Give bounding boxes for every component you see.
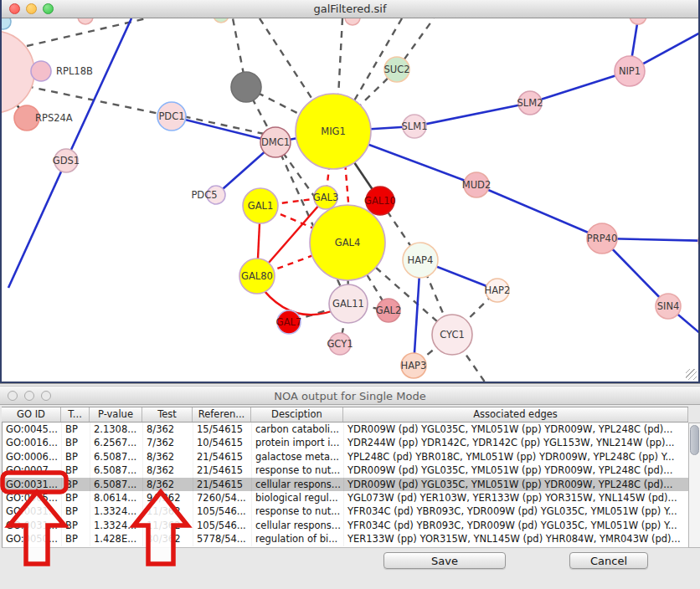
graph-node-label: SLM2: [517, 97, 543, 109]
graph-node-label: PDC1: [158, 110, 184, 122]
graph-node[interactable]: [630, 18, 646, 24]
resize-grip-icon[interactable]: [686, 369, 697, 380]
table-header-row: GO IDT...P-valueTestReferen...Desciption…: [2, 407, 688, 423]
cell-go_id: GO:0031...: [3, 504, 62, 518]
cell-edges: YGL073W (pd) YER103W, YER133W (pp) YOR31…: [344, 491, 688, 504]
column-header-t[interactable]: T...: [61, 407, 90, 422]
cell-reference: 21/54615: [193, 450, 252, 464]
column-header-goid[interactable]: GO ID: [2, 407, 61, 422]
graph-edge[interactable]: [8, 161, 66, 288]
table-row[interactable]: GO:0050...BP1.428E...80/3625778/54...reg…: [3, 532, 688, 545]
cell-go_id: GO:0050...: [3, 532, 62, 545]
graph-node-label: NIP1: [619, 65, 641, 77]
graph-node-label: PDC5: [191, 189, 217, 201]
cell-go_id: GO:0007...: [3, 464, 62, 477]
vertical-scrollbar[interactable]: [688, 423, 700, 548]
graph-node-label: RPS24A: [35, 112, 73, 124]
graph-edge[interactable]: [476, 185, 602, 238]
cell-type: BP: [62, 450, 90, 464]
graph-edge[interactable]: [172, 114, 275, 136]
cell-description: cellular respons...: [252, 478, 344, 491]
table-row[interactable]: GO:0031...BP1.3324...11/362105/546...cel…: [3, 519, 688, 532]
cell-test: 8/362: [143, 423, 193, 436]
graph-node-label: HAP4: [408, 254, 434, 266]
column-header-desciption[interactable]: Desciption: [251, 407, 343, 422]
graph-node-label: GAL3: [313, 192, 339, 203]
cell-go_id: GO:0016...: [3, 436, 62, 449]
graph-edge[interactable]: [66, 18, 131, 161]
table-row[interactable]: GO:0006...BP6.5087...8/36221/54615galact…: [3, 450, 688, 464]
graph-node-label: GAL2: [376, 305, 402, 316]
cell-edges: YDR244W (pp) YDR142C, YDR142C (pp) YGL15…: [344, 436, 688, 449]
cell-reference: 10/54615: [193, 436, 252, 449]
graph-node-label: MIG1: [321, 125, 346, 137]
cell-type: BP: [62, 519, 90, 532]
graph-node-rpl18b[interactable]: [31, 61, 51, 81]
cell-p_value: 6.5087...: [90, 450, 143, 464]
graph-node[interactable]: [2, 18, 11, 29]
cell-description: response to nut...: [252, 464, 344, 477]
graph-node[interactable]: [214, 18, 229, 23]
table-row[interactable]: GO:0045...BP2.1308...8/36215/54615carbon…: [3, 423, 688, 436]
cell-go_id: GO:0006...: [3, 450, 62, 464]
cell-description: cellular respons...: [252, 519, 344, 532]
graph-node-label: SIN4: [657, 300, 680, 312]
graph-edge[interactable]: [414, 103, 530, 126]
column-header-associatededges[interactable]: Associated edges: [343, 407, 688, 422]
cell-type: BP: [62, 532, 90, 545]
cell-edges: YPL248C (pd) YBR018C, YML051W (pp) YDR00…: [344, 450, 688, 464]
graph-node-label: GDS1: [53, 155, 80, 166]
graph-node-label: CYC1: [440, 329, 465, 341]
cell-type: BP: [62, 464, 90, 477]
graph-node-label: MUD2: [462, 179, 492, 191]
cell-p_value: 8.0614...: [90, 491, 143, 504]
cell-description: protein import i...: [252, 436, 344, 449]
graph-node-label: SLM1: [402, 120, 428, 132]
column-header-pvalue[interactable]: P-value: [90, 407, 142, 422]
cell-p_value: 1.3324...: [90, 519, 143, 532]
save-button[interactable]: Save: [383, 552, 506, 569]
graph-node[interactable]: [231, 72, 261, 102]
graph-node-label: RPL18B: [56, 65, 93, 77]
graph-node-label: GAL7: [276, 316, 302, 328]
graph-edge[interactable]: [172, 116, 275, 142]
cell-p_value: 6.2567...: [90, 436, 143, 449]
table-row[interactable]: GO:0031...BP6.5087...8/36221/54615cellul…: [3, 478, 688, 491]
table-row[interactable]: GO:0016...BP6.2567...7/36210/54615protei…: [3, 436, 688, 449]
graph-node[interactable]: [78, 18, 93, 24]
cell-description: response to nut...: [252, 504, 344, 518]
cell-description: galactose meta...: [252, 450, 344, 464]
window-title: galFiltered.sif: [2, 3, 698, 15]
network-graph-canvas[interactable]: MSL1RPL18BRPS24AGDS1PDC1DMC1MIG1SUC2NIP1…: [2, 18, 698, 382]
column-header-referen[interactable]: Referen...: [193, 407, 251, 422]
network-window: galFiltered.sif MSL1RPL18BRPS24AGDS1PDC1…: [0, 0, 700, 383]
table-row[interactable]: GO:0065...BP8.0614...94/3627260/54...bio…: [3, 491, 688, 504]
graph-node[interactable]: [345, 18, 360, 25]
scrollbar-thumb[interactable]: [690, 425, 699, 455]
cell-p_value: 6.5087...: [90, 464, 143, 477]
cell-edges: YER133W (pp) YOR315W, YNL145W (pd) YHR08…: [344, 532, 688, 545]
graph-node-label: GCY1: [327, 338, 353, 350]
cell-type: BP: [62, 478, 90, 491]
cell-go_id: GO:0031...: [3, 519, 62, 532]
window-title: NOA output for Single Mode: [0, 390, 700, 402]
table-row[interactable]: GO:0007...BP6.5087...8/36221/54615respon…: [3, 464, 688, 477]
cell-test: 8/362: [143, 464, 193, 477]
cancel-button[interactable]: Cancel: [569, 552, 648, 569]
cell-edges: YFR034C (pd) YBR093C, YDR009W (pd) YGL03…: [344, 504, 688, 518]
cell-reference: 21/54615: [193, 464, 252, 477]
cell-description: biological regul...: [252, 491, 344, 504]
graph-node-label: HAP2: [485, 284, 511, 296]
graph-node[interactable]: [2, 31, 34, 113]
cell-go_id: GO:0045...: [3, 423, 62, 436]
cell-go_id: GO:0065...: [3, 491, 62, 504]
cell-description: carbon cataboli...: [252, 423, 344, 436]
graph-node-label: PRP40: [587, 233, 618, 244]
table-body: GO:0045...BP2.1308...8/36215/54615carbon…: [2, 423, 688, 548]
cell-test: 8/362: [143, 478, 193, 491]
cell-reference: 15/54615: [193, 423, 252, 436]
cell-test: 8/362: [143, 450, 193, 464]
column-header-test[interactable]: Test: [142, 407, 193, 422]
cell-edges: YFR034C (pd) YBR093C, YDR009W (pd) YGL03…: [344, 519, 688, 532]
table-row[interactable]: GO:0031...BP1.3324...11/362105/546...res…: [3, 504, 688, 518]
